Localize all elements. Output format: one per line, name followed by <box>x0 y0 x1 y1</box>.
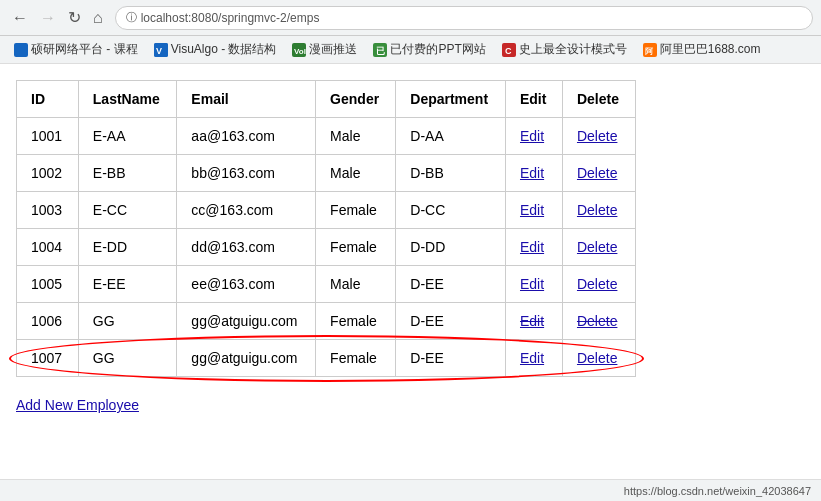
table-row: 1006 GG gg@atguigu.com Female D-EE Edit … <box>17 303 636 340</box>
bookmark-2[interactable]: V VisuAlgo - 数据结构 <box>148 39 283 60</box>
table-row: 1002 E-BB bb@163.com Male D-BB Edit Dele… <box>17 155 636 192</box>
cell-email: aa@163.com <box>177 118 316 155</box>
cell-gender: Female <box>316 303 396 340</box>
delete-link[interactable]: Delete <box>577 128 617 144</box>
cell-edit[interactable]: Edit <box>505 118 562 155</box>
edit-link[interactable]: Edit <box>520 128 544 144</box>
cell-lastname: E-BB <box>78 155 177 192</box>
delete-link[interactable]: Delete <box>577 165 617 181</box>
table-row: 1004 E-DD dd@163.com Female D-DD Edit De… <box>17 229 636 266</box>
bookmark-icon-1 <box>14 43 28 57</box>
table-row: 1001 E-AA aa@163.com Male D-AA Edit Dele… <box>17 118 636 155</box>
col-header-delete: Delete <box>562 81 635 118</box>
cell-department: D-EE <box>396 266 506 303</box>
cell-gender: Female <box>316 192 396 229</box>
edit-link[interactable]: Edit <box>520 313 544 329</box>
bookmark-label-3: 漫画推送 <box>309 41 357 58</box>
edit-link[interactable]: Edit <box>520 239 544 255</box>
table-header-row: ID LastName Email Gender Department Edit… <box>17 81 636 118</box>
cell-email: cc@163.com <box>177 192 316 229</box>
cell-id: 1005 <box>17 266 79 303</box>
page-content: ID LastName Email Gender Department Edit… <box>0 64 821 484</box>
nav-buttons: ← → ↻ ⌂ <box>8 6 107 29</box>
cell-edit[interactable]: Edit <box>505 340 562 377</box>
cell-edit[interactable]: Edit <box>505 303 562 340</box>
bookmark-icon-3: Vol <box>292 43 306 57</box>
col-header-id: ID <box>17 81 79 118</box>
cell-delete[interactable]: Delete <box>562 192 635 229</box>
url-text: localhost:8080/springmvc-2/emps <box>141 11 320 25</box>
cell-edit[interactable]: Edit <box>505 155 562 192</box>
cell-lastname: E-CC <box>78 192 177 229</box>
cell-delete[interactable]: Delete <box>562 155 635 192</box>
col-header-edit: Edit <box>505 81 562 118</box>
reload-button[interactable]: ↻ <box>64 6 85 29</box>
cell-id: 1007 <box>17 340 79 377</box>
bookmark-1[interactable]: 硕研网络平台 - 课程 <box>8 39 144 60</box>
bookmark-3[interactable]: Vol 漫画推送 <box>286 39 363 60</box>
col-header-lastname: LastName <box>78 81 177 118</box>
add-new-employee-link[interactable]: Add New Employee <box>16 397 139 413</box>
bookmarks-bar: 硕研网络平台 - 课程 V VisuAlgo - 数据结构 Vol 漫画推送 已… <box>0 36 821 64</box>
cell-gender: Female <box>316 229 396 266</box>
status-bar: https://blog.csdn.net/weixin_42038647 <box>0 479 821 484</box>
lock-icon: ⓘ <box>126 10 137 25</box>
table-row: 1007 GG gg@atguigu.com Female D-EE Edit … <box>17 340 636 377</box>
cell-email: gg@atguigu.com <box>177 340 316 377</box>
delete-link[interactable]: Delete <box>577 313 617 329</box>
edit-link[interactable]: Edit <box>520 202 544 218</box>
cell-gender: Male <box>316 266 396 303</box>
svg-text:Vol: Vol <box>294 47 306 56</box>
cell-lastname: E-AA <box>78 118 177 155</box>
back-button[interactable]: ← <box>8 7 32 29</box>
cell-department: D-DD <box>396 229 506 266</box>
delete-link[interactable]: Delete <box>577 202 617 218</box>
edit-link[interactable]: Edit <box>520 165 544 181</box>
col-header-email: Email <box>177 81 316 118</box>
cell-id: 1003 <box>17 192 79 229</box>
bookmark-icon-5: C <box>502 43 516 57</box>
cell-lastname: GG <box>78 303 177 340</box>
cell-delete[interactable]: Delete <box>562 229 635 266</box>
bookmark-5[interactable]: C 史上最全设计模式号 <box>496 39 633 60</box>
delete-link[interactable]: Delete <box>577 239 617 255</box>
bookmark-4[interactable]: 已 已付费的PPT网站 <box>367 39 491 60</box>
address-bar[interactable]: ⓘ localhost:8080/springmvc-2/emps <box>115 6 813 30</box>
employee-table: ID LastName Email Gender Department Edit… <box>16 80 636 377</box>
edit-link[interactable]: Edit <box>520 276 544 292</box>
bookmark-icon-2: V <box>154 43 168 57</box>
cell-department: D-BB <box>396 155 506 192</box>
cell-email: dd@163.com <box>177 229 316 266</box>
cell-edit[interactable]: Edit <box>505 266 562 303</box>
cell-delete[interactable]: Delete <box>562 340 635 377</box>
cell-delete[interactable]: Delete <box>562 266 635 303</box>
cell-edit[interactable]: Edit <box>505 192 562 229</box>
table-row: 1003 E-CC cc@163.com Female D-CC Edit De… <box>17 192 636 229</box>
delete-link[interactable]: Delete <box>577 350 617 366</box>
cell-department: D-EE <box>396 303 506 340</box>
bookmark-label-4: 已付费的PPT网站 <box>390 41 485 58</box>
cell-email: bb@163.com <box>177 155 316 192</box>
edit-link[interactable]: Edit <box>520 350 544 366</box>
bookmark-label-6: 阿里巴巴1688.com <box>660 41 761 58</box>
cell-gender: Female <box>316 340 396 377</box>
cell-department: D-CC <box>396 192 506 229</box>
cell-id: 1004 <box>17 229 79 266</box>
cell-delete[interactable]: Delete <box>562 303 635 340</box>
col-header-gender: Gender <box>316 81 396 118</box>
bookmark-icon-6: 阿 <box>643 43 657 57</box>
cell-email: ee@163.com <box>177 266 316 303</box>
cell-lastname: E-EE <box>78 266 177 303</box>
forward-button[interactable]: → <box>36 7 60 29</box>
bookmark-label-2: VisuAlgo - 数据结构 <box>171 41 277 58</box>
bookmark-6[interactable]: 阿 阿里巴巴1688.com <box>637 39 767 60</box>
col-header-department: Department <box>396 81 506 118</box>
add-employee-link-container: Add New Employee <box>16 397 805 413</box>
svg-text:阿: 阿 <box>645 47 654 56</box>
svg-text:已: 已 <box>376 46 385 56</box>
cell-edit[interactable]: Edit <box>505 229 562 266</box>
cell-delete[interactable]: Delete <box>562 118 635 155</box>
delete-link[interactable]: Delete <box>577 276 617 292</box>
svg-text:C: C <box>505 46 512 56</box>
home-button[interactable]: ⌂ <box>89 7 107 29</box>
